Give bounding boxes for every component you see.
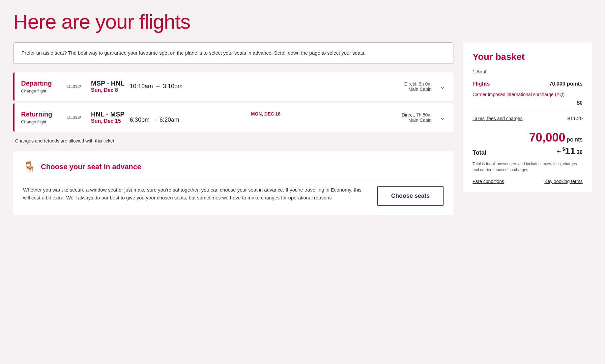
departing-type: Departing bbox=[21, 80, 67, 87]
departing-times: 10:10am → 3:10pm bbox=[130, 83, 404, 90]
departing-airports: MSP - HNL bbox=[91, 80, 125, 87]
basket-surcharge-value-row: $0 bbox=[473, 100, 583, 106]
returning-arrive-time: 6:20am bbox=[159, 117, 179, 123]
main-content: Prefer an aisle seat? The best way to gu… bbox=[13, 42, 453, 215]
departing-route: MSP - HNL Sun, Dec 8 bbox=[91, 80, 125, 93]
returning-depart-time: 6:30pm bbox=[130, 117, 150, 123]
departing-expand-button[interactable]: ⌄ bbox=[438, 81, 447, 92]
fare-conditions-link[interactable]: Fare conditions bbox=[473, 179, 504, 184]
basket-total-row: Total 70,000 points + $11.20 bbox=[473, 131, 583, 156]
choose-seats-button[interactable]: Choose seats bbox=[377, 186, 444, 206]
returning-details: Direct, 7h 50m Main Cabin bbox=[402, 112, 432, 123]
returning-cabin: Main Cabin bbox=[402, 117, 432, 123]
basket-flights-row: Flights 70,000 points bbox=[473, 81, 583, 87]
basket-total-label: Total bbox=[473, 149, 486, 156]
returning-times: MON, DEC 16 6:30pm → 6:20am bbox=[130, 111, 402, 123]
departing-flight-card: Departing Change flight DL312¹ MSP - HNL… bbox=[13, 72, 453, 101]
returning-duration: Direct, 7h 50m bbox=[402, 112, 432, 117]
seat-description: Whether you want to secure a window seat… bbox=[23, 186, 367, 202]
returning-route: HNL - MSP Sun, Dec 15 bbox=[91, 111, 125, 124]
page-title: Here are your flights bbox=[13, 10, 592, 33]
returning-expand-button[interactable]: ⌄ bbox=[438, 112, 447, 123]
basket-links: Fare conditions Key booking terms bbox=[473, 179, 583, 184]
basket-taxes-value: $11.20 bbox=[567, 116, 583, 121]
seat-icon: 🪑 bbox=[23, 161, 36, 173]
seat-content: Whether you want to secure a window seat… bbox=[23, 186, 444, 206]
basket-panel: Your basket 1 Adult Flights 70,000 point… bbox=[463, 42, 592, 192]
returning-label: Returning Change flight bbox=[21, 111, 67, 124]
basket-note: Total is for all passengers and includes… bbox=[473, 161, 583, 173]
arrow-icon: → bbox=[155, 83, 161, 90]
departing-depart-time: 10:10am bbox=[130, 83, 153, 90]
basket-title: Your basket bbox=[473, 52, 583, 62]
basket-divider-2 bbox=[473, 126, 583, 126]
basket-flights-label: Flights bbox=[473, 81, 490, 87]
basket-total-points: 70,000 bbox=[529, 131, 565, 144]
basket-surcharge-row: Carrier imposed international surcharge … bbox=[473, 91, 583, 98]
basket-divider bbox=[473, 111, 583, 111]
dollar-sign: $ bbox=[562, 146, 565, 151]
basket-flights-value: 70,000 points bbox=[549, 81, 583, 87]
basket-total-value: 70,000 points + $11.20 bbox=[529, 131, 583, 156]
departing-cabin: Main Cabin bbox=[404, 87, 432, 92]
departing-date: Sun, Dec 8 bbox=[91, 87, 118, 93]
change-departing-link[interactable]: Change flight bbox=[21, 89, 67, 93]
cents: .20 bbox=[575, 149, 583, 155]
basket-sidebar: Your basket 1 Adult Flights 70,000 point… bbox=[463, 42, 592, 192]
returning-date: Sun, Dec 15 bbox=[91, 118, 121, 124]
seat-section: 🪑 Choose your seat in advance Whether yo… bbox=[13, 151, 453, 215]
returning-flight-card: Returning Change flight DL313¹ HNL - MSP… bbox=[13, 103, 453, 132]
basket-surcharge-value: $0 bbox=[577, 100, 583, 106]
seat-header: 🪑 Choose your seat in advance bbox=[23, 161, 444, 179]
basket-taxes-row: Taxes, fees and charges $11.20 bbox=[473, 116, 583, 121]
basket-total-points-word: points bbox=[567, 136, 583, 143]
departing-label: Departing Change flight bbox=[21, 80, 67, 93]
returning-arrival-date: MON, DEC 16 bbox=[130, 111, 402, 117]
returning-flight-number: DL313¹ bbox=[67, 115, 87, 120]
departing-flight-number: DL312¹ bbox=[67, 84, 87, 89]
basket-passenger: 1 Adult bbox=[473, 69, 583, 74]
key-booking-link[interactable]: Key booking terms bbox=[544, 179, 583, 184]
basket-total-plus: + bbox=[557, 147, 561, 156]
change-returning-link[interactable]: Change flight bbox=[21, 119, 67, 124]
departing-details: Direct, 9h 0m Main Cabin bbox=[404, 81, 432, 92]
returning-airports: HNL - MSP bbox=[91, 111, 125, 118]
basket-taxes-link[interactable]: Taxes, fees and charges bbox=[473, 116, 523, 121]
changes-refunds-link[interactable]: Changes and refunds are allowed with thi… bbox=[15, 138, 114, 143]
returning-type: Returning bbox=[21, 111, 67, 118]
info-banner: Prefer an aisle seat? The best way to gu… bbox=[13, 42, 453, 64]
departing-duration: Direct, 9h 0m bbox=[404, 81, 432, 87]
seat-section-title: Choose your seat in advance bbox=[41, 163, 141, 171]
basket-surcharge-label: Carrier imposed international surcharge … bbox=[473, 91, 564, 98]
departing-arrive-time: 3:10pm bbox=[163, 83, 183, 90]
banner-text: Prefer an aisle seat? The best way to gu… bbox=[21, 50, 366, 56]
arrow-icon-2: → bbox=[152, 117, 158, 123]
basket-total-money: $11.20 bbox=[562, 146, 583, 156]
